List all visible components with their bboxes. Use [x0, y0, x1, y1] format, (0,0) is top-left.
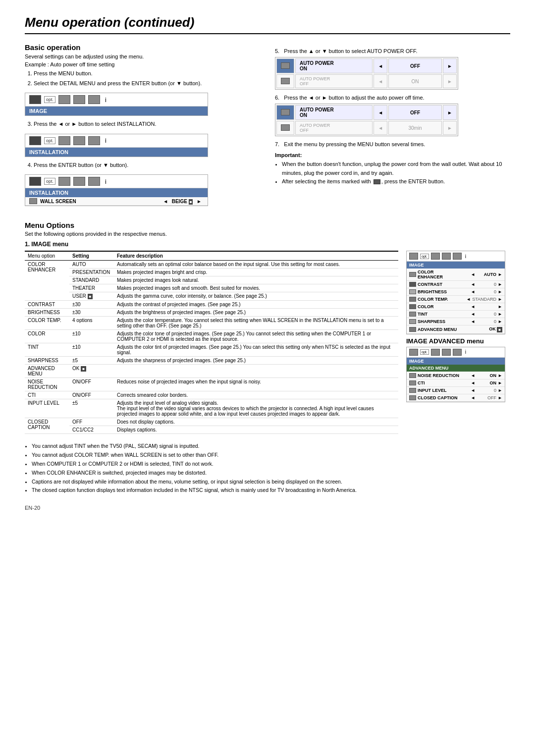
pm-value-tint: 0 — [477, 312, 496, 317]
pm-bar-adv-menu: ADVANCED MENU — [407, 365, 505, 372]
option-color: COLOR — [25, 330, 69, 343]
menu-opt-text: opt. — [44, 96, 55, 103]
important-item-2: After selecting the items marked with , … — [282, 177, 510, 186]
pm-label-nr: NOISE REDUCTION — [418, 373, 469, 378]
pm-adv-opt-text: opt. — [420, 349, 429, 355]
pm-row-icon-ct — [409, 297, 416, 302]
step-3: Press the ◄ or ► button to select INSTAL… — [34, 120, 260, 129]
step-1: Press the MENU button. — [34, 69, 260, 78]
desc-noise-reduction: Reduces noise of projected images when t… — [114, 378, 398, 391]
pm-arrow-r-sharp: ► — [498, 319, 502, 324]
ap2-icon-1 — [276, 105, 294, 120]
ap-arrow-r-2: ► — [443, 74, 457, 88]
basic-operation-title: Basic operation — [25, 43, 260, 52]
table-row: TINT ±10 Adjusts the color tint of proje… — [25, 343, 398, 357]
pm-arrow-r-il: ► — [498, 388, 502, 393]
option-color-enhancer: COLOR ENHANCER — [25, 261, 69, 301]
ap2-label-on: AUTO POWERON — [295, 105, 373, 120]
table-row: ADVANCED MENU OK ■ — [25, 365, 398, 378]
pm-adv-icon-3 — [442, 349, 451, 356]
ap2-arrow-l-2: ◄ — [374, 121, 387, 135]
menu-icon-4 — [88, 95, 100, 104]
menu-icon-inst-3 — [73, 136, 85, 145]
pm-bar-adv-image: IMAGE — [407, 358, 505, 365]
pm-bar-image: IMAGE — [407, 262, 505, 269]
setting-color-temp: 4 options — [69, 317, 114, 330]
image-menu-panel: opt. i IMAGE COLORENHANCER ◄ AUTO ► CONT… — [406, 251, 505, 334]
setting-contrast: ±30 — [69, 301, 114, 309]
pm-row-icon-color — [409, 304, 416, 309]
desc-auto: Automatically sets an optimal color bala… — [114, 261, 398, 269]
menu-icon-ws-2 — [58, 177, 70, 186]
pm-value-sharp: 0 — [477, 319, 496, 324]
image-menu-table-area: Menu option Setting Feature description … — [25, 251, 398, 434]
pm-row-cti: CTI ◄ ON ► — [407, 379, 505, 387]
pm-arrow-l-color: ◄ — [471, 304, 475, 309]
auto-power-table-2: AUTO POWERON ◄ OFF ► AUTO POWEROFF ◄ 30m… — [275, 104, 458, 136]
pm-value-il: 0 — [477, 388, 496, 393]
ap-arrow-r-1: ► — [443, 58, 457, 73]
menu-icon-3 — [73, 95, 85, 104]
pm-label-il: INPUT LEVEL — [418, 388, 469, 393]
ap-label-on: AUTO POWERON — [295, 58, 373, 73]
image-menu-table: Menu option Setting Feature description … — [25, 251, 398, 434]
table-row: NOISE REDUCTION ON/OFF Reduces noise of … — [25, 378, 398, 391]
menu-icon-row-2: opt. i — [25, 134, 208, 148]
important-item-1: When the button doesn't function, unplug… — [282, 160, 510, 177]
table-row: SHARPNESS ±5 Adjusts the sharpness of pr… — [25, 357, 398, 365]
basic-operation-example: Example : Auto power off time setting — [25, 61, 260, 67]
important-title: Important: — [275, 152, 510, 158]
note-2: You cannot adjust COLOR TEMP. when WALL … — [32, 451, 510, 460]
note-4: When COLOR ENHANCER is switched, project… — [32, 469, 510, 478]
pm-adv-icon-2 — [431, 349, 440, 356]
setting-noise-reduction: ON/OFF — [69, 378, 114, 391]
table-row: CLOSED CAPTION OFF Does not display capt… — [25, 418, 398, 426]
enter-icon — [374, 179, 380, 184]
pm-row-noise-reduction: NOISE REDUCTION ◄ ON ► — [407, 372, 505, 379]
table-row: INPUT LEVEL ±5 Adjusts the input level o… — [25, 399, 398, 418]
adv-menu-panel: opt. i IMAGE ADVANCED MENU NOISE REDUCTI… — [406, 347, 505, 402]
pm-label-sharp: SHARPNESS — [418, 319, 469, 324]
pm-row-icon-sharp — [409, 319, 416, 324]
table-row: COLOR ENHANCER AUTO Automatically sets a… — [25, 261, 398, 269]
table-row: CONTRAST ±30 Adjusts the contrast of pro… — [25, 301, 398, 309]
ap-icon-1 — [276, 58, 294, 73]
adv-menu-label: IMAGE ADVANCED menu — [406, 337, 510, 345]
pm-icon-3 — [442, 253, 451, 260]
option-brightness: BRIGHTNESS — [25, 309, 69, 317]
menu-bar-image: IMAGE — [25, 107, 208, 115]
option-input-level: INPUT LEVEL — [25, 399, 69, 418]
pm-label-ct: COLOR TEMP. — [418, 297, 465, 302]
pm-row-contrast: CONTRAST ◄ 0 ► — [407, 281, 505, 288]
setting-cc-off: OFF — [69, 418, 114, 426]
step-6-text: 6. Press the ◄ or ► button to adjust the… — [275, 95, 510, 101]
pm-arrow-l-bri: ◄ — [471, 289, 475, 294]
setting-user: USER ■ — [69, 292, 114, 301]
ap2-label-off: AUTO POWEROFF — [295, 121, 373, 135]
basic-operation-desc: Several settings can be adjusted using t… — [25, 54, 260, 59]
desc-brightness: Adjusts the brightness of projected imag… — [114, 309, 398, 317]
option-closed-caption: CLOSED CAPTION — [25, 418, 69, 434]
pm-row-icon-il — [409, 388, 416, 393]
menu-opt-text-3: opt. — [44, 178, 55, 185]
pm-arrow-l-cont: ◄ — [471, 282, 475, 287]
setting-presentation: PRESENTATION — [69, 269, 114, 276]
table-row: CTI ON/OFF Corrects smeared color border… — [25, 391, 398, 399]
left-column: Basic operation Several settings can be … — [25, 43, 260, 210]
ap2-arrow-l-1: ◄ — [374, 105, 387, 120]
menu-icon-ws-3 — [73, 177, 85, 186]
menu-icon-1 — [29, 95, 41, 104]
table-header-row: Menu option Setting Feature description — [25, 251, 398, 261]
table-row: CC1/CC2 Displays captions. — [25, 426, 398, 434]
pm-value-cont: 0 — [477, 282, 496, 287]
important-block: Important: When the button doesn't funct… — [275, 152, 510, 186]
option-contrast: CONTRAST — [25, 301, 69, 309]
pm-row-icon-adv — [409, 327, 416, 332]
ap2-value-30min: 30min — [388, 121, 442, 135]
menu-icon-inst-2 — [58, 136, 70, 145]
pm-row-input-level: INPUT LEVEL ◄ 0 ► — [407, 387, 505, 394]
pm-arrow-l-il: ◄ — [471, 388, 475, 393]
ap2-value-off: OFF — [388, 105, 442, 120]
setting-advanced-menu: OK ■ — [69, 365, 114, 378]
table-row: USER ■ Adjusts the gamma curve, color in… — [25, 292, 398, 301]
